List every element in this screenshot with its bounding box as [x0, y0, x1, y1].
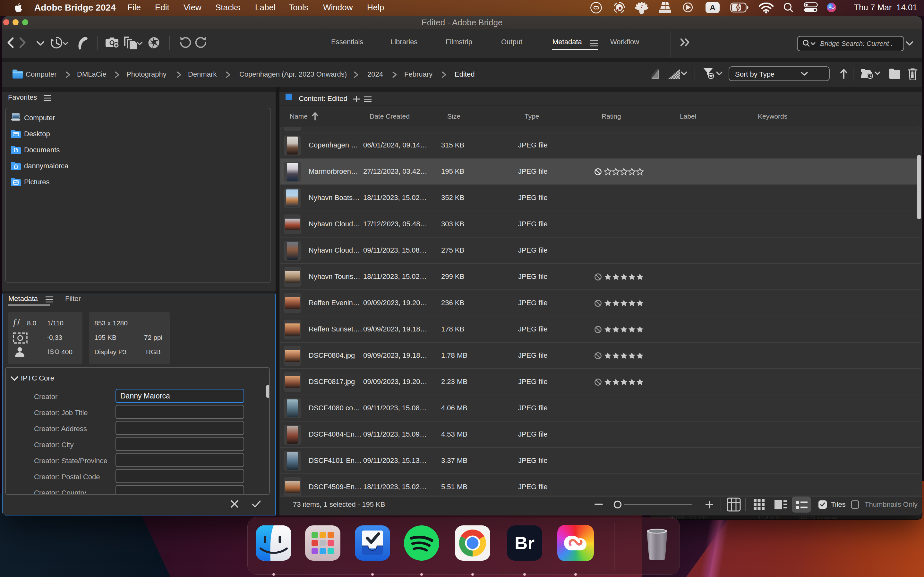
svg-text:Br: Br — [515, 533, 535, 553]
